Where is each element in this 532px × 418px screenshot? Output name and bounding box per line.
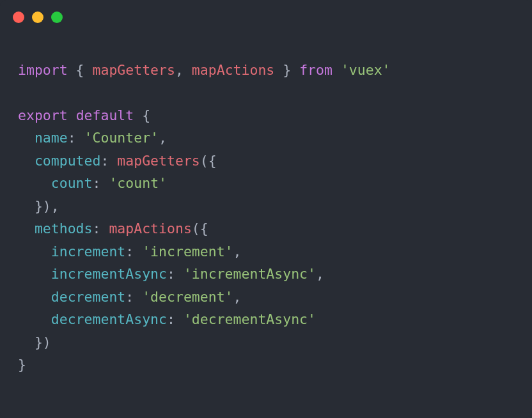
property: decrement [51, 289, 126, 305]
indent [18, 311, 51, 327]
indent [18, 221, 35, 236]
code-line: name: 'Counter', [18, 130, 167, 146]
close-icon[interactable] [13, 12, 24, 23]
punct: : [93, 221, 109, 236]
punct: { [142, 107, 150, 123]
punct: : [125, 289, 142, 305]
punct: : [167, 266, 184, 282]
punct: : [93, 175, 109, 191]
space [134, 107, 142, 123]
property: count [51, 175, 93, 191]
string: 'decrement' [142, 289, 233, 305]
string: 'count' [109, 175, 167, 191]
code-line: decrementAsync: 'decrementAsync' [18, 311, 316, 327]
punct: }), [35, 198, 59, 214]
keyword-default: default [76, 107, 134, 123]
code-line: }), [18, 198, 59, 214]
punct: , [159, 130, 167, 146]
string: 'vuex' [341, 62, 391, 78]
punct: : [68, 130, 84, 146]
punct: } [274, 62, 299, 78]
code-line: export default { [18, 107, 150, 123]
indent [18, 198, 35, 214]
property: incrementAsync [51, 266, 167, 282]
string: 'Counter' [84, 130, 159, 146]
code-block: import { mapGetters, mapActions } from '… [0, 28, 532, 394]
space [68, 107, 76, 123]
identifier: mapActions [192, 62, 274, 78]
punct: : [167, 311, 184, 327]
indent [18, 153, 35, 169]
code-line: methods: mapActions({ [18, 221, 208, 236]
identifier: mapGetters [93, 62, 175, 78]
code-line: } [18, 357, 26, 373]
punct: { [68, 62, 93, 78]
function-call: mapActions [109, 221, 191, 236]
indent [18, 334, 35, 350]
punct: , [316, 266, 324, 282]
property: name [35, 130, 68, 146]
property: computed [35, 153, 101, 169]
code-line: increment: 'increment', [18, 244, 242, 259]
code-line: count: 'count' [18, 175, 167, 191]
string: 'increment' [142, 244, 233, 259]
minimize-icon[interactable] [32, 12, 43, 23]
titlebar [0, 0, 532, 28]
indent [18, 266, 51, 282]
property: methods [35, 221, 93, 236]
indent [18, 175, 51, 191]
code-line: }) [18, 334, 51, 350]
punct: , [233, 289, 242, 305]
property: decrementAsync [51, 311, 167, 327]
string: 'incrementAsync' [184, 266, 316, 282]
zoom-icon[interactable] [51, 12, 63, 23]
punct: : [100, 153, 117, 169]
punct: , [175, 62, 192, 78]
indent [18, 244, 51, 259]
keyword-export: export [18, 107, 68, 123]
code-window: import { mapGetters, mapActions } from '… [0, 0, 532, 418]
space [332, 62, 341, 78]
punct: }) [35, 334, 51, 350]
punct: : [125, 244, 142, 259]
punct: ({ [192, 221, 208, 236]
indent [18, 130, 35, 146]
string: 'decrementAsync' [184, 311, 316, 327]
property: increment [51, 244, 126, 259]
code-line: computed: mapGetters({ [18, 153, 217, 169]
function-call: mapGetters [117, 153, 199, 169]
keyword-from: from [299, 62, 332, 78]
code-line: decrement: 'decrement', [18, 289, 242, 305]
indent [18, 289, 51, 305]
keyword-import: import [18, 62, 68, 78]
punct: ({ [200, 153, 217, 169]
punct: } [18, 357, 26, 373]
code-line: import { mapGetters, mapActions } from '… [18, 62, 391, 78]
punct: , [233, 244, 242, 259]
code-line: incrementAsync: 'incrementAsync', [18, 266, 324, 282]
